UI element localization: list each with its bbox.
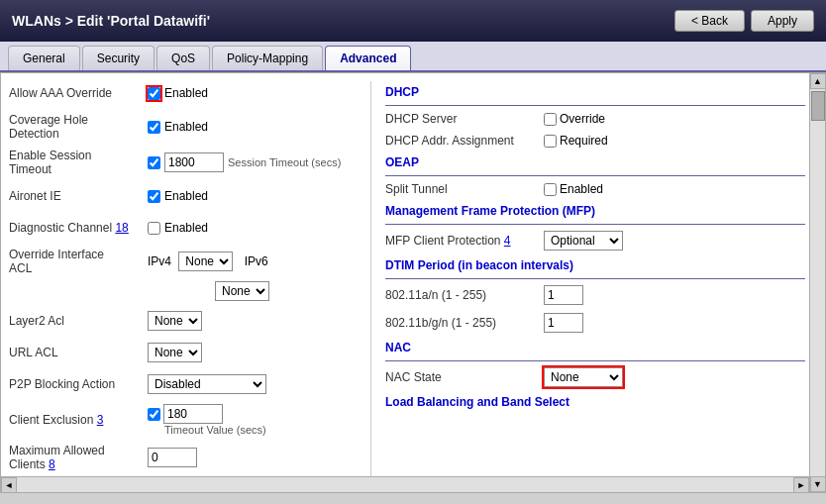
session-timeout-row: Enable SessionTimeout Session Timeout (s…	[9, 149, 361, 176]
apply-button[interactable]: Apply	[751, 10, 814, 32]
diagnostic-channel-row: Diagnostic Channel 18 Enabled	[9, 216, 361, 240]
scrollbar-bottom[interactable]: ◄ ►	[1, 476, 809, 492]
split-tunnel-enabled-label: Enabled	[560, 182, 603, 196]
allow-aaa-control: Enabled	[148, 86, 208, 100]
max-clients-link[interactable]: 8	[49, 457, 55, 471]
aironet-ie-control: Enabled	[148, 189, 208, 203]
oeap-divider	[385, 175, 805, 176]
back-button[interactable]: < Back	[674, 10, 745, 32]
ipv4-select[interactable]: None	[178, 252, 233, 271]
ipv4-label: IPv4	[148, 254, 174, 268]
dhcp-server-label: DHCP Server	[385, 112, 544, 126]
mfp-client-select[interactable]: Optional	[544, 231, 623, 251]
dtim-a-label: 802.11a/n (1 - 255)	[385, 288, 544, 302]
allow-aaa-checkbox[interactable]	[148, 87, 160, 100]
session-timeout-sublabel: Session Timeout (secs)	[228, 156, 341, 168]
nac-state-label: NAC State	[385, 370, 544, 384]
p2p-blocking-row: P2P Blocking Action Disabled	[9, 372, 361, 396]
nac-state-row: NAC State None	[385, 367, 805, 387]
coverage-hole-value: Enabled	[164, 120, 208, 134]
top-bar-buttons: < Back Apply	[674, 10, 814, 32]
dtim-b-label: 802.11b/g/n (1 - 255)	[385, 316, 544, 330]
session-timeout-value[interactable]	[164, 152, 224, 172]
override-interface-label: Override InterfaceACL	[9, 248, 148, 275]
diagnostic-channel-checkbox[interactable]	[148, 222, 160, 235]
session-timeout-control: Session Timeout (secs)	[148, 152, 341, 172]
aironet-ie-label: Aironet IE	[9, 189, 148, 203]
client-exclusion-control: Timeout Value (secs)	[148, 404, 266, 436]
nac-state-select[interactable]: None	[544, 367, 623, 387]
max-clients-value[interactable]	[148, 448, 197, 467]
aironet-ie-row: Aironet IE Enabled	[9, 184, 361, 208]
scroll-left-arrow[interactable]: ◄	[1, 477, 17, 493]
nac-section-title: NAC	[385, 341, 805, 354]
session-timeout-checkbox[interactable]	[148, 156, 160, 169]
aironet-ie-checkbox[interactable]	[148, 190, 160, 203]
client-exclusion-row: Client Exclusion 3 Timeout Value (secs)	[9, 404, 361, 436]
diagnostic-channel-label: Diagnostic Channel 18	[9, 221, 148, 235]
client-exclusion-sublabel: Timeout Value (secs)	[164, 424, 266, 436]
coverage-hole-label: Coverage HoleDetection	[9, 113, 148, 141]
page-title: WLANs > Edit 'Portal Datawifi'	[12, 13, 210, 29]
scroll-down-arrow[interactable]: ▼	[810, 476, 826, 492]
scroll-up-arrow[interactable]: ▲	[810, 73, 826, 89]
dhcp-section-title: DHCP	[385, 85, 805, 99]
dtim-a-value[interactable]	[544, 285, 583, 305]
client-exclusion-timeout[interactable]	[163, 404, 223, 424]
p2p-blocking-select[interactable]: Disabled	[148, 374, 266, 394]
split-tunnel-row: Split Tunnel Enabled	[385, 182, 805, 196]
diagnostic-channel-value: Enabled	[164, 221, 208, 235]
load-balancing-section-title: Load Balancing and Band Select	[385, 395, 805, 409]
url-acl-select[interactable]: None	[148, 343, 202, 362]
tabs-bar: General Security QoS Policy-Mapping Adva…	[0, 42, 826, 72]
mfp-client-row: MFP Client Protection 4 Optional	[385, 231, 805, 251]
ipv6-row: None	[9, 279, 361, 303]
url-acl-row: URL ACL None	[9, 341, 361, 364]
client-exclusion-checkbox[interactable]	[148, 408, 160, 421]
layer2-acl-row: Layer2 Acl None	[9, 309, 361, 333]
split-tunnel-checkbox[interactable]	[544, 183, 557, 196]
dtim-a-row: 802.11a/n (1 - 255)	[385, 285, 805, 305]
allow-aaa-value: Enabled	[164, 86, 208, 100]
dtim-b-value[interactable]	[544, 313, 583, 333]
dtim-section-title: DTIM Period (in beacon intervals)	[385, 258, 805, 272]
mfp-divider	[385, 224, 805, 225]
max-clients-row: Maximum AllowedClients 8	[9, 444, 361, 471]
top-bar: WLANs > Edit 'Portal Datawifi' < Back Ap…	[0, 0, 826, 42]
client-exclusion-label: Client Exclusion 3	[9, 413, 148, 427]
mfp-client-label: MFP Client Protection 4	[385, 234, 544, 248]
dhcp-server-override-label: Override	[560, 112, 605, 126]
dtim-divider	[385, 278, 805, 279]
coverage-hole-control: Enabled	[148, 120, 208, 134]
p2p-blocking-label: P2P Blocking Action	[9, 377, 148, 391]
tab-general[interactable]: General	[8, 46, 80, 70]
coverage-hole-checkbox[interactable]	[148, 121, 160, 134]
tab-advanced[interactable]: Advanced	[325, 46, 411, 70]
split-tunnel-label: Split Tunnel	[385, 182, 544, 196]
dtim-b-row: 802.11b/g/n (1 - 255)	[385, 313, 805, 333]
scrollbar-right[interactable]: ▲ ▼	[809, 73, 825, 492]
dhcp-addr-required-checkbox[interactable]	[544, 135, 557, 148]
scroll-thumb[interactable]	[811, 91, 825, 121]
max-clients-label: Maximum AllowedClients 8	[9, 444, 148, 471]
diagnostic-channel-control: Enabled	[148, 221, 208, 235]
diagnostic-channel-link[interactable]: 18	[115, 221, 128, 235]
coverage-hole-row: Coverage HoleDetection Enabled	[9, 113, 361, 141]
tab-security[interactable]: Security	[82, 46, 155, 70]
url-acl-label: URL ACL	[9, 346, 148, 359]
mfp-section-title: Management Frame Protection (MFP)	[385, 204, 805, 218]
allow-aaa-row: Allow AAA Override Enabled	[9, 81, 361, 105]
dhcp-addr-row: DHCP Addr. Assignment Required	[385, 134, 805, 148]
client-exclusion-link[interactable]: 3	[97, 413, 104, 427]
dhcp-server-override-checkbox[interactable]	[544, 113, 557, 126]
tab-policy-mapping[interactable]: Policy-Mapping	[212, 46, 323, 70]
scroll-right-arrow[interactable]: ►	[793, 477, 809, 493]
override-interface-row: Override InterfaceACL IPv4 None IPv6	[9, 248, 361, 275]
session-timeout-label: Enable SessionTimeout	[9, 149, 148, 176]
tab-qos[interactable]: QoS	[156, 46, 210, 70]
dhcp-addr-required-label: Required	[560, 134, 608, 148]
layer2-acl-select[interactable]: None	[148, 311, 202, 331]
mfp-client-link[interactable]: 4	[504, 234, 511, 248]
ipv6-select[interactable]: None	[215, 281, 269, 301]
nac-divider	[385, 360, 805, 361]
